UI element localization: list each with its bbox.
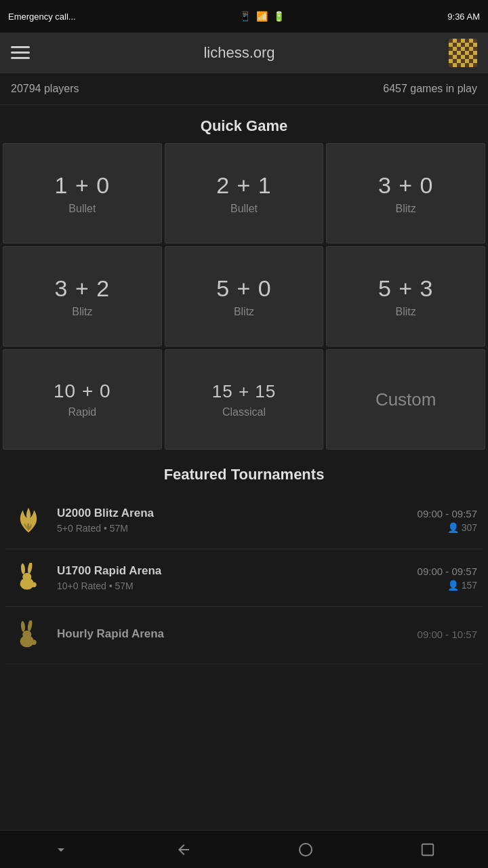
tournament-name-u1700: U1700 Rapid Arena [57, 564, 407, 578]
emergency-call-text: Emergency call... [8, 12, 76, 22]
game-tile-15-15[interactable]: 15 + 15 Classical [165, 349, 324, 450]
game-tile-5-3[interactable]: 5 + 3 Blitz [326, 246, 485, 347]
game-tile-5-3-time: 5 + 3 [378, 275, 434, 302]
game-tile-custom-label: Custom [375, 389, 436, 410]
tournament-item-u1700[interactable]: U1700 Rapid Arena 10+0 Rated • 57M 09:00… [5, 549, 483, 607]
game-tile-10-0-time: 10 + 0 [54, 380, 111, 402]
svg-point-8 [27, 620, 33, 632]
chevron-down-icon [53, 842, 69, 858]
tournament-time-u1700: 09:00 - 09:57 [418, 566, 477, 577]
fire-icon [16, 505, 41, 535]
battery-icon: 🔋 [273, 11, 285, 22]
featured-tournaments-title: Featured Tournaments [0, 452, 488, 492]
tournament-name-hourly: Hourly Rapid Arena [57, 627, 407, 641]
game-tile-5-0-time: 5 + 0 [216, 275, 272, 302]
status-icons: 📱 📶 🔋 [239, 11, 285, 22]
status-time: 9:36 AM [447, 12, 480, 22]
home-button[interactable] [284, 836, 327, 863]
game-tile-3-2-type: Blitz [72, 306, 92, 318]
game-tile-15-15-time: 15 + 15 [212, 381, 276, 402]
game-tile-3-0-type: Blitz [396, 203, 416, 215]
game-tile-1-0-type: Bullet [68, 203, 96, 215]
svg-point-10 [300, 844, 312, 856]
game-tile-3-2[interactable]: 3 + 2 Blitz [3, 246, 162, 347]
tournament-details-u2000: 5+0 Rated • 57M [57, 523, 407, 534]
svg-point-2 [20, 564, 25, 575]
tournament-time-u2000: 09:00 - 09:57 [418, 508, 477, 519]
topnav: lichess.org [0, 33, 488, 73]
tournament-icon-fire [11, 502, 46, 538]
tournament-info-hourly: Hourly Rapid Arena [57, 627, 407, 644]
sim-icon: 📱 [239, 11, 251, 22]
wifi-icon: 📶 [256, 11, 268, 22]
bottom-nav-bar [0, 830, 488, 868]
game-tile-1-0[interactable]: 1 + 0 Bullet [3, 143, 162, 243]
recent-apps-icon [420, 842, 435, 857]
tournament-time-hourly: 09:00 - 10:57 [418, 629, 477, 640]
tournament-item-hourly[interactable]: Hourly Rapid Arena 09:00 - 10:57 [5, 607, 483, 665]
players-count: 20794 players [11, 83, 79, 95]
tournament-icon-rabbit [11, 560, 46, 595]
featured-tournaments-section: Featured Tournaments U2000 Blitz Arena 5… [0, 452, 488, 665]
tournament-name-u2000: U2000 Blitz Arena [57, 507, 407, 520]
game-tile-3-0-time: 3 + 0 [378, 172, 434, 199]
game-tile-5-3-type: Blitz [396, 306, 416, 318]
stats-bar: 20794 players 6457 games in play [0, 73, 488, 105]
tournament-meta-u2000: 09:00 - 09:57 👤 307 [418, 508, 477, 533]
game-tile-10-0-type: Rapid [68, 406, 96, 418]
quick-game-title: Quick Game [0, 105, 488, 143]
tournament-meta-hourly: 09:00 - 10:57 [418, 629, 477, 643]
hamburger-menu-button[interactable] [11, 46, 30, 59]
rabbit-icon [16, 563, 41, 593]
game-tile-2-1-time: 2 + 1 [216, 172, 272, 199]
status-bar: Emergency call... 📱 📶 🔋 9:36 AM [0, 0, 488, 33]
game-tile-5-0[interactable]: 5 + 0 Blitz [165, 246, 324, 347]
game-tile-custom[interactable]: Custom [326, 349, 485, 450]
recent-apps-button[interactable] [407, 837, 449, 863]
game-tile-5-0-type: Blitz [234, 306, 254, 318]
tournament-list: U2000 Blitz Arena 5+0 Rated • 57M 09:00 … [0, 492, 488, 665]
svg-point-3 [27, 563, 33, 574]
game-grid: 1 + 0 Bullet 2 + 1 Bullet 3 + 0 Blitz 3 … [0, 143, 488, 452]
home-icon [298, 842, 314, 858]
players-icon-2: 👤 [447, 580, 459, 591]
chevron-down-button[interactable] [39, 836, 83, 863]
svg-point-9 [31, 640, 36, 645]
quick-game-section: Quick Game 1 + 0 Bullet 2 + 1 Bullet 3 +… [0, 105, 488, 452]
game-tile-2-1[interactable]: 2 + 1 Bullet [165, 143, 324, 243]
players-icon: 👤 [447, 522, 459, 533]
tournament-meta-u1700: 09:00 - 09:57 👤 157 [418, 566, 477, 591]
chess-logo[interactable] [449, 39, 477, 67]
back-button[interactable] [162, 836, 205, 863]
tournament-players-u2000: 👤 307 [418, 522, 477, 533]
svg-rect-11 [422, 844, 434, 855]
game-tile-2-1-type: Bullet [230, 203, 258, 215]
rabbit-icon-2 [16, 620, 41, 650]
game-tile-10-0[interactable]: 10 + 0 Rapid [3, 349, 162, 450]
svg-point-7 [20, 621, 25, 633]
game-tile-3-0[interactable]: 3 + 0 Blitz [326, 143, 485, 243]
game-tile-15-15-type: Classical [222, 406, 266, 418]
back-icon [176, 842, 192, 858]
svg-point-4 [31, 583, 36, 587]
tournament-icon-rabbit-2 [11, 618, 46, 653]
tournament-item-u2000[interactable]: U2000 Blitz Arena 5+0 Rated • 57M 09:00 … [5, 492, 483, 549]
tournament-info-u2000: U2000 Blitz Arena 5+0 Rated • 57M [57, 507, 407, 534]
game-tile-1-0-time: 1 + 0 [55, 172, 110, 199]
tournament-details-u1700: 10+0 Rated • 57M [57, 580, 407, 591]
tournament-players-u1700: 👤 157 [418, 580, 477, 591]
game-tile-3-2-time: 3 + 2 [55, 275, 110, 302]
app-title: lichess.org [203, 44, 274, 62]
games-count: 6457 games in play [383, 83, 477, 95]
tournament-info-u1700: U1700 Rapid Arena 10+0 Rated • 57M [57, 564, 407, 591]
